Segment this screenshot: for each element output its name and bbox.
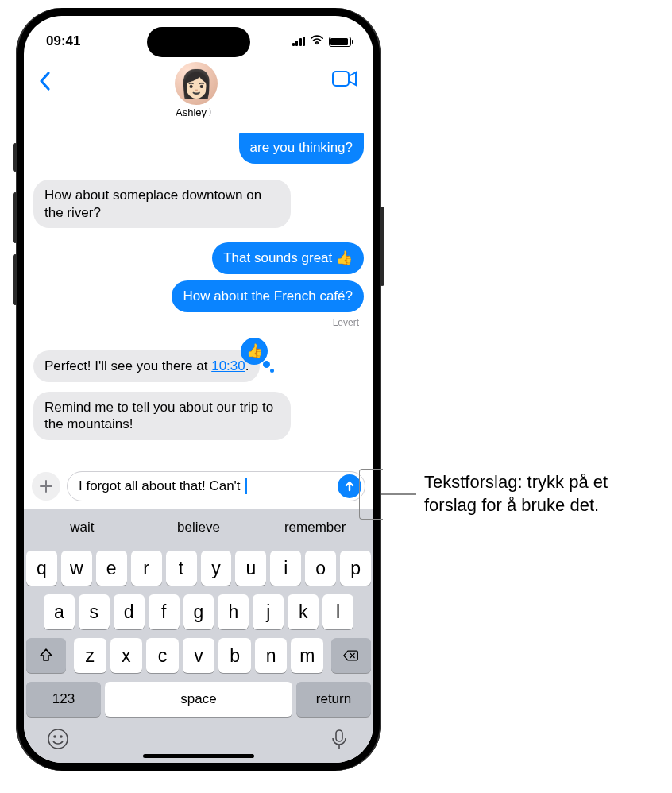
- delivery-status: Levert: [33, 317, 364, 328]
- power-button: [380, 207, 384, 286]
- key-y[interactable]: y: [201, 551, 232, 586]
- space-key[interactable]: space: [105, 682, 292, 717]
- volume-down-button: [13, 254, 17, 305]
- chevron-right-icon: 〉: [208, 106, 217, 118]
- key-b[interactable]: b: [218, 638, 251, 673]
- contact-info[interactable]: 👩🏻 Ashley 〉: [175, 62, 218, 118]
- key-m[interactable]: m: [291, 638, 323, 673]
- key-a[interactable]: a: [44, 594, 75, 629]
- time-link[interactable]: 10:30: [211, 358, 245, 373]
- apps-button[interactable]: [32, 472, 60, 501]
- key-v[interactable]: v: [183, 638, 215, 673]
- received-message[interactable]: Remind me to tell you about our trip to …: [33, 392, 291, 441]
- annotation-text: Tekstforslag: trykk på et forslag for å …: [424, 471, 662, 516]
- avatar: 👩🏻: [175, 62, 218, 105]
- key-k[interactable]: k: [288, 594, 319, 629]
- key-g[interactable]: g: [183, 594, 214, 629]
- facetime-button[interactable]: [332, 70, 359, 91]
- key-u[interactable]: u: [235, 551, 266, 586]
- send-button[interactable]: [338, 474, 361, 498]
- key-l[interactable]: l: [322, 594, 353, 629]
- svg-rect-4: [336, 730, 342, 741]
- key-o[interactable]: o: [305, 551, 336, 586]
- predictive-suggestion[interactable]: wait: [24, 509, 141, 546]
- svg-rect-0: [333, 72, 349, 86]
- key-j[interactable]: j: [253, 594, 284, 629]
- phone-screen: 09:41 👩🏻 Ashley 〉: [24, 16, 373, 763]
- status-time: 09:41: [46, 33, 80, 49]
- phone-frame: 09:41 👩🏻 Ashley 〉: [16, 8, 381, 771]
- key-x[interactable]: x: [110, 638, 143, 673]
- svg-point-3: [60, 736, 62, 737]
- key-s[interactable]: s: [79, 594, 110, 629]
- wifi-icon: [310, 33, 324, 49]
- annotation-callout: Tekstforslag: trykk på et forslag for å …: [397, 469, 662, 520]
- sent-message[interactable]: That sounds great 👍: [212, 242, 364, 274]
- conversation-header: 👩🏻 Ashley 〉: [24, 59, 373, 133]
- message-input-text: I forgot all about that! Can't: [79, 478, 338, 495]
- emoji-key[interactable]: [47, 728, 69, 753]
- received-message[interactable]: 👍 Perfect! I'll see you there at 10:30.: [33, 350, 260, 382]
- status-indicators: [292, 33, 352, 49]
- key-c[interactable]: c: [146, 638, 179, 673]
- key-w[interactable]: w: [61, 551, 92, 586]
- shift-key[interactable]: [26, 638, 66, 673]
- predictive-bar: wait believe remember: [24, 509, 373, 546]
- back-button[interactable]: [38, 70, 60, 95]
- sent-message[interactable]: How about the French café?: [172, 280, 364, 312]
- received-message[interactable]: How about someplace downtown on the rive…: [33, 180, 291, 229]
- backspace-key[interactable]: [331, 638, 371, 673]
- key-i[interactable]: i: [270, 551, 301, 586]
- message-list[interactable]: are you thinking? How about someplace do…: [24, 133, 373, 466]
- key-h[interactable]: h: [218, 594, 249, 629]
- numbers-key[interactable]: 123: [26, 682, 101, 717]
- key-t[interactable]: t: [166, 551, 197, 586]
- key-f[interactable]: f: [149, 594, 180, 629]
- cellular-icon: [292, 37, 306, 46]
- contact-name: Ashley: [176, 106, 207, 118]
- message-input[interactable]: I forgot all about that! Can't: [67, 471, 365, 501]
- compose-bar: I forgot all about that! Can't: [24, 466, 373, 509]
- key-p[interactable]: p: [340, 551, 371, 586]
- predictive-suggestion[interactable]: believe: [141, 509, 257, 546]
- key-n[interactable]: n: [255, 638, 288, 673]
- dictation-key[interactable]: [328, 728, 350, 753]
- predictive-suggestion[interactable]: remember: [257, 509, 373, 546]
- keyboard: qwertyuiop asdfghjkl zxcvbnm 123 space r…: [24, 546, 373, 763]
- home-indicator[interactable]: [143, 754, 254, 758]
- key-d[interactable]: d: [114, 594, 145, 629]
- svg-point-2: [54, 736, 56, 737]
- side-button: [13, 143, 17, 172]
- key-z[interactable]: z: [74, 638, 106, 673]
- key-r[interactable]: r: [131, 551, 162, 586]
- sent-message[interactable]: are you thinking?: [239, 133, 364, 164]
- svg-point-1: [48, 729, 68, 749]
- key-e[interactable]: e: [96, 551, 127, 586]
- tapback-thumbs-up-icon[interactable]: 👍: [241, 338, 268, 365]
- volume-up-button: [13, 192, 17, 243]
- return-key[interactable]: return: [296, 682, 371, 717]
- dynamic-island: [147, 27, 250, 57]
- battery-icon: [329, 37, 351, 47]
- key-q[interactable]: q: [26, 551, 57, 586]
